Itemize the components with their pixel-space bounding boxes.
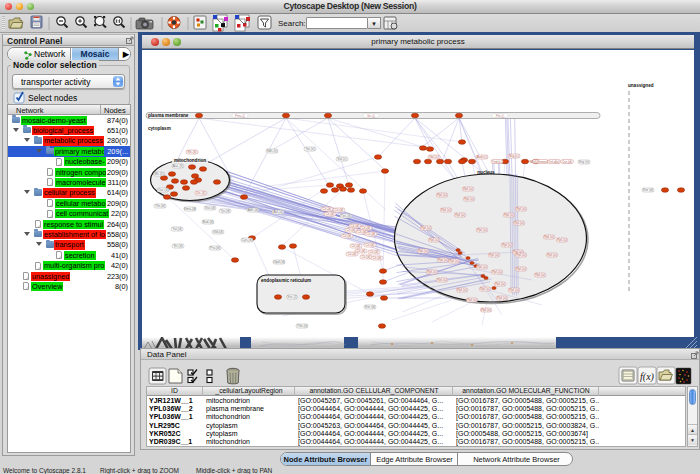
svg-text:Rpl-(a): Rpl-(a) bbox=[516, 267, 526, 271]
svg-text:Cit-(d): Cit-(d) bbox=[362, 255, 371, 259]
svg-text:Rpl-(a): Rpl-(a) bbox=[547, 253, 557, 257]
svg-text:Rpl-(a): Rpl-(a) bbox=[544, 235, 554, 239]
svg-text:Rpl-(a): Rpl-(a) bbox=[437, 278, 447, 282]
svg-text:Rpl-(a): Rpl-(a) bbox=[502, 243, 512, 247]
svg-text:Rpl-(a): Rpl-(a) bbox=[467, 298, 477, 302]
svg-text:Rpl-(a): Rpl-(a) bbox=[516, 253, 526, 257]
svg-text:Rpl-(a): Rpl-(a) bbox=[429, 238, 439, 242]
svg-text:Adh-(d): Adh-(d) bbox=[248, 208, 259, 212]
svg-text:Rpl-(a): Rpl-(a) bbox=[438, 258, 448, 262]
svg-text:Bud-(d): Bud-(d) bbox=[203, 220, 214, 224]
svg-text:Pro-(d): Pro-(d) bbox=[210, 246, 220, 250]
svg-text:Rpl-(a): Rpl-(a) bbox=[464, 197, 474, 201]
svg-text:Sec-(l): Sec-(l) bbox=[287, 295, 296, 299]
svg-text:Dic-(k): Dic-(k) bbox=[196, 191, 205, 195]
svg-text:f(x): f(x) bbox=[640, 371, 655, 383]
svg-text:Rpl-(a): Rpl-(a) bbox=[463, 187, 473, 191]
svg-text:Gal-(c): Gal-(c) bbox=[429, 155, 439, 159]
svg-text:Ynl-d(e): Ynl-d(e) bbox=[548, 160, 559, 164]
svg-text:mitochondrion: mitochondrion bbox=[174, 158, 206, 163]
svg-text:Rpl-(a): Rpl-(a) bbox=[455, 213, 465, 217]
svg-text:Ynd-(c): Ynd-(c) bbox=[492, 160, 502, 164]
svg-text:Rpl-(a): Rpl-(a) bbox=[427, 270, 437, 274]
svg-text:Rpl-(a): Rpl-(a) bbox=[449, 259, 459, 263]
svg-text:Rpl-(a): Rpl-(a) bbox=[457, 288, 467, 292]
svg-text:Cit-(d): Cit-(d) bbox=[370, 250, 379, 254]
svg-text:Cit-(d): Cit-(d) bbox=[366, 243, 375, 247]
svg-text:Rpl-(a): Rpl-(a) bbox=[497, 296, 507, 300]
svg-text:Gma-(d): Gma-(d) bbox=[184, 207, 196, 211]
svg-text:Pma-(j): Pma-(j) bbox=[235, 114, 245, 118]
svg-text:Rpl-(a): Rpl-(a) bbox=[441, 208, 451, 212]
svg-text:Cit-(d): Cit-(d) bbox=[326, 212, 335, 216]
svg-text:Ald-(d): Ald-(d) bbox=[273, 210, 283, 214]
svg-text:unassigned: unassigned bbox=[628, 83, 654, 88]
svg-text:Rpl-(a): Rpl-(a) bbox=[514, 221, 524, 225]
svg-text:plasma membrane: plasma membrane bbox=[148, 113, 189, 118]
svg-text:Gut-(d): Gut-(d) bbox=[205, 206, 215, 210]
svg-text:Cit-(d): Cit-(d) bbox=[343, 234, 352, 238]
svg-text:Rpl-(a): Rpl-(a) bbox=[557, 238, 567, 242]
svg-text:endoplasmic reticulum: endoplasmic reticulum bbox=[261, 278, 311, 283]
svg-text:Site (d): Site (d) bbox=[365, 305, 375, 309]
svg-text:Cit-(d): Cit-(d) bbox=[348, 252, 357, 256]
svg-text:Pdr-(j): Pdr-(j) bbox=[496, 114, 504, 118]
svg-text:Rpl-(a): Rpl-(a) bbox=[477, 228, 487, 232]
svg-text:Nrg-(c): Nrg-(c) bbox=[509, 154, 519, 158]
svg-text:Yhb-(d): Yhb-(d) bbox=[297, 324, 308, 328]
svg-text:Rpl-(a): Rpl-(a) bbox=[495, 282, 505, 286]
svg-text:Rpl-(a): Rpl-(a) bbox=[535, 273, 545, 277]
svg-text:Cit-(d): Cit-(d) bbox=[367, 232, 376, 236]
svg-text:Gld-(d): Gld-(d) bbox=[213, 230, 223, 234]
svg-text:Oac-(k): Oac-(k) bbox=[158, 188, 169, 192]
svg-text:Ybr-(d): Ybr-(d) bbox=[155, 204, 165, 208]
svg-text:Str-(d): Str-(d) bbox=[173, 244, 182, 248]
svg-text:Rpl-(a): Rpl-(a) bbox=[418, 249, 428, 253]
svg-text:Rpl-(a): Rpl-(a) bbox=[489, 253, 499, 257]
svg-text:Cit-(d): Cit-(d) bbox=[335, 208, 344, 212]
svg-text:cytoplasm: cytoplasm bbox=[148, 126, 171, 131]
svg-text:Rpl-(a): Rpl-(a) bbox=[477, 265, 487, 269]
svg-text:Sdh-(e): Sdh-(e) bbox=[267, 149, 278, 153]
svg-text:Mir-(k): Mir-(k) bbox=[154, 172, 163, 176]
svg-text:Csr-(d): Csr-(d) bbox=[562, 160, 572, 164]
svg-text:Yju-(d): Yju-(d) bbox=[220, 209, 230, 213]
svg-text:Rpl-(a): Rpl-(a) bbox=[509, 288, 519, 292]
svg-text:Gpd-(d): Gpd-(d) bbox=[274, 260, 285, 264]
svg-text:Rpl-(a): Rpl-(a) bbox=[437, 193, 447, 197]
svg-text:Cit-(d): Cit-(d) bbox=[347, 228, 356, 232]
svg-text:Yat-(d): Yat-(d) bbox=[172, 227, 182, 231]
svg-text:Rpl-(a): Rpl-(a) bbox=[504, 213, 514, 217]
svg-text:Sny (e): Sny (e) bbox=[579, 160, 589, 164]
svg-text:Sfc-(k): Sfc-(k) bbox=[187, 150, 196, 154]
svg-text:Rpl-(a): Rpl-(a) bbox=[421, 226, 431, 230]
svg-text:And-(c): And-(c) bbox=[477, 155, 487, 159]
svg-text:Grr-(j): Grr-(j) bbox=[367, 114, 375, 118]
svg-text:Aac-(k): Aac-(k) bbox=[173, 164, 183, 168]
svg-text:Site (d): Site (d) bbox=[643, 188, 653, 192]
svg-text:Rpl-(a): Rpl-(a) bbox=[492, 270, 502, 274]
svg-text:Tps-(d): Tps-(d) bbox=[341, 214, 351, 218]
svg-text:Cys-(d): Cys-(d) bbox=[242, 238, 252, 242]
svg-text:Rpl-(a): Rpl-(a) bbox=[481, 308, 491, 312]
svg-text:nucleus: nucleus bbox=[477, 170, 495, 175]
svg-text:Sol-(c): Sol-(c) bbox=[337, 157, 346, 161]
svg-text:Cit-(d): Cit-(d) bbox=[373, 256, 382, 260]
svg-text:Yor-(e): Yor-(e) bbox=[305, 147, 315, 151]
svg-text:Rpl-(a): Rpl-(a) bbox=[480, 287, 490, 291]
svg-text:Rpl-(a): Rpl-(a) bbox=[516, 207, 526, 211]
svg-text:Cit-(d): Cit-(d) bbox=[323, 207, 332, 211]
svg-text:Cit-(d): Cit-(d) bbox=[352, 244, 361, 248]
